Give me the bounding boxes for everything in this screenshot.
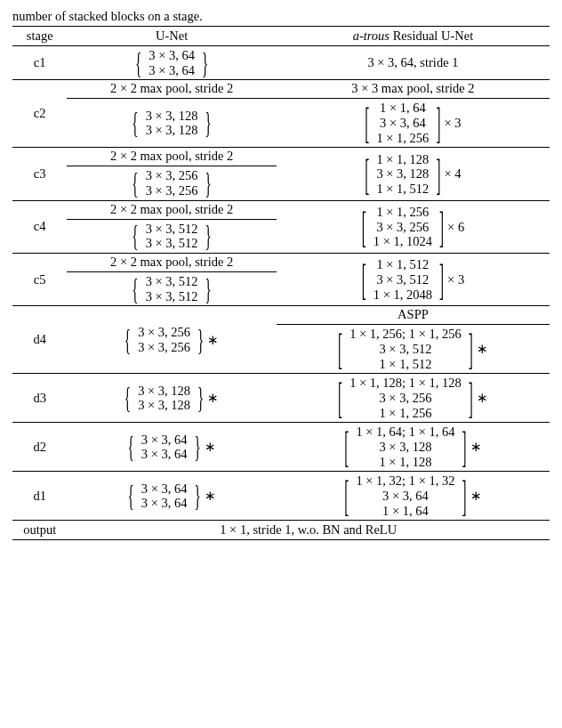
stage-c3: c3	[12, 148, 67, 200]
stage-d1: d1	[12, 472, 67, 521]
res-c5: [1 × 1, 5123 × 3, 5121 × 1, 2048]× 3	[277, 254, 550, 306]
unet-d4: {3 × 3, 2563 × 3, 256}∗	[67, 306, 276, 374]
res-c2: [1 × 1, 643 × 3, 641 × 1, 256]× 3	[277, 99, 550, 148]
res-d3: [1 × 1, 128; 1 × 1, 1283 × 3, 2561 × 1, …	[277, 374, 550, 423]
pool-c3-u: 2 × 2 max pool, stride 2	[67, 148, 276, 166]
unet-c4: {3 × 3, 5123 × 3, 512}	[67, 219, 276, 253]
output-text: 1 × 1, stride 1, w.o. BN and ReLU	[67, 521, 550, 540]
res-c1: 3 × 3, 64, stride 1	[277, 46, 550, 80]
unet-c3: {3 × 3, 2563 × 3, 256}	[67, 166, 276, 200]
stage-output: output	[12, 521, 67, 540]
unet-c2: {3 × 3, 1283 × 3, 128}	[67, 99, 276, 148]
unet-d2: {3 × 3, 643 × 3, 64}∗	[67, 423, 276, 472]
res-c3: [1 × 1, 1283 × 3, 1281 × 1, 512]× 4	[277, 148, 550, 200]
hdr-res: a-trous Residual U-Net	[277, 27, 550, 46]
unet-c1: {3 × 3, 643 × 3, 64}	[67, 46, 276, 80]
res-d1: [1 × 1, 32; 1 × 1, 323 × 3, 641 × 1, 64]…	[277, 472, 550, 521]
stage-d2: d2	[12, 423, 67, 472]
stage-c2: c2	[12, 80, 67, 148]
aspp-label: ASPP	[277, 306, 550, 325]
unet-d3: {3 × 3, 1283 × 3, 128}∗	[67, 374, 276, 423]
pool-c2-u: 2 × 2 max pool, stride 2	[67, 80, 276, 99]
unet-d1: {3 × 3, 643 × 3, 64}∗	[67, 472, 276, 521]
res-d4: [1 × 1, 256; 1 × 1, 2563 × 3, 5121 × 1, …	[277, 325, 550, 374]
pool-c5-u: 2 × 2 max pool, stride 2	[67, 254, 276, 272]
hdr-unet: U-Net	[67, 27, 276, 46]
stage-c1: c1	[12, 46, 67, 80]
res-d2: [1 × 1, 64; 1 × 1, 643 × 3, 1281 × 1, 12…	[277, 423, 550, 472]
pool-c2-r: 3 × 3 max pool, stride 2	[277, 80, 550, 99]
stage-d4: d4	[12, 306, 67, 374]
res-c4: [1 × 1, 2563 × 3, 2561 × 1, 1024]× 6	[277, 200, 550, 253]
hdr-stage: stage	[12, 27, 67, 46]
stage-c5: c5	[12, 254, 67, 306]
stage-c4: c4	[12, 200, 67, 253]
arch-table: stage U-Net a-trous Residual U-Net c1 {3…	[12, 26, 550, 540]
caption-text: number of stacked blocks on a stage.	[12, 9, 550, 24]
pool-c4-u: 2 × 2 max pool, stride 2	[67, 200, 276, 219]
stage-d3: d3	[12, 374, 67, 423]
unet-c5: {3 × 3, 5123 × 3, 512}	[67, 272, 276, 306]
